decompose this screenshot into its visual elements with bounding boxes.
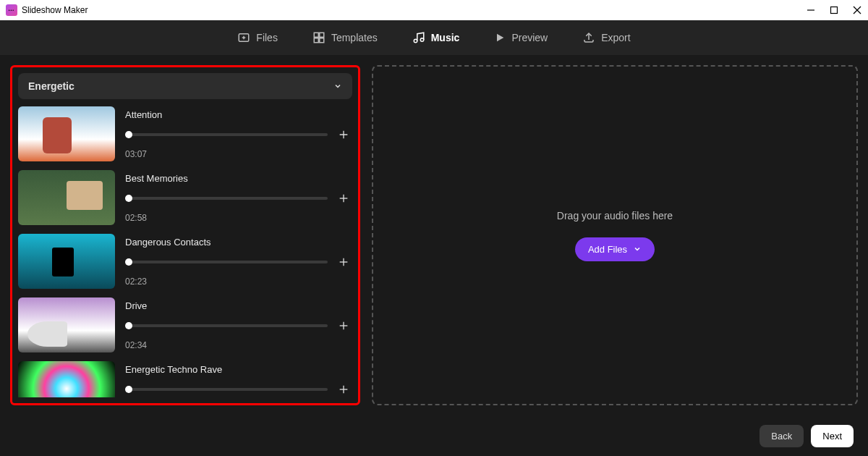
app-icon <box>6 4 17 16</box>
add-track-button[interactable] <box>335 126 352 143</box>
export-icon <box>582 31 595 44</box>
window-titlebar: Slideshow Maker <box>0 0 868 20</box>
add-track-button[interactable] <box>335 381 352 398</box>
track-item[interactable]: Dangerous Contacts 02:23 <box>18 234 352 289</box>
audio-dropzone[interactable]: Drag your audio files here Add Files <box>372 65 858 405</box>
nav-files-label: Files <box>256 32 278 43</box>
category-label: Energetic <box>28 80 75 92</box>
nav-music-label: Music <box>431 32 460 43</box>
svg-rect-10 <box>320 38 324 43</box>
plus-icon <box>338 193 349 204</box>
nav-export[interactable]: Export <box>582 31 630 44</box>
nav-templates[interactable]: Templates <box>312 31 378 44</box>
track-progress[interactable] <box>125 133 328 136</box>
track-thumbnail <box>18 361 115 397</box>
window-maximize-button[interactable] <box>829 5 839 15</box>
add-files-label: Add Files <box>588 244 627 255</box>
track-duration: 02:34 <box>125 340 352 350</box>
plus-icon <box>338 256 349 268</box>
plus-icon <box>338 320 349 332</box>
svg-rect-8 <box>320 33 324 37</box>
nav-templates-label: Templates <box>331 32 378 43</box>
next-button[interactable]: Next <box>811 425 854 447</box>
plus-icon <box>338 129 349 140</box>
files-icon <box>237 31 250 44</box>
svg-marker-13 <box>497 34 503 42</box>
track-thumbnail <box>18 106 115 161</box>
nav-music[interactable]: Music <box>412 31 460 44</box>
nav-preview[interactable]: Preview <box>494 32 548 43</box>
track-title: Drive <box>125 300 352 311</box>
track-progress[interactable] <box>125 197 328 200</box>
svg-point-11 <box>414 39 417 43</box>
track-thumbnail <box>18 234 115 289</box>
track-progress[interactable] <box>125 324 328 327</box>
track-duration: 02:23 <box>125 276 352 287</box>
nav-files[interactable]: Files <box>237 31 278 44</box>
add-track-button[interactable] <box>335 317 352 334</box>
top-nav: Files Templates Music Preview Export <box>0 20 868 55</box>
track-thumbnail <box>18 297 115 352</box>
footer-bar: Back Next <box>0 415 868 456</box>
track-progress[interactable] <box>125 261 328 263</box>
track-item[interactable]: Energetic Techno Rave 02:14 <box>18 361 352 397</box>
track-title: Energetic Techno Rave <box>125 364 352 375</box>
track-thumbnail <box>18 170 115 225</box>
plus-icon <box>338 384 349 395</box>
nav-export-label: Export <box>601 32 630 43</box>
svg-point-12 <box>420 38 424 42</box>
add-track-button[interactable] <box>335 253 352 271</box>
chevron-down-icon <box>633 245 642 253</box>
track-item[interactable]: Attention 03:07 <box>18 106 352 161</box>
window-close-button[interactable] <box>852 5 862 15</box>
svg-rect-1 <box>831 7 838 14</box>
templates-icon <box>312 31 326 44</box>
nav-preview-label: Preview <box>511 32 548 43</box>
play-icon <box>494 32 506 43</box>
category-dropdown[interactable]: Energetic <box>18 73 352 99</box>
track-title: Best Memories <box>125 173 352 184</box>
music-library-panel: Energetic Attention 03:07 <box>10 65 360 405</box>
svg-rect-9 <box>314 38 318 43</box>
window-minimize-button[interactable] <box>806 5 816 15</box>
add-track-button[interactable] <box>335 190 352 207</box>
add-files-button[interactable]: Add Files <box>575 237 655 261</box>
track-duration: 02:58 <box>125 213 352 223</box>
track-title: Attention <box>125 109 352 120</box>
track-item[interactable]: Drive 02:34 <box>18 297 352 352</box>
music-icon <box>412 31 425 44</box>
track-duration: 03:07 <box>125 149 352 159</box>
back-button[interactable]: Back <box>760 425 804 447</box>
app-title: Slideshow Maker <box>22 5 88 15</box>
track-progress[interactable] <box>125 388 328 391</box>
chevron-down-icon <box>333 82 342 90</box>
dropzone-hint: Drag your audio files here <box>557 210 673 221</box>
track-item[interactable]: Best Memories 02:58 <box>18 170 352 225</box>
svg-rect-7 <box>314 33 318 37</box>
track-title: Dangerous Contacts <box>125 237 352 248</box>
